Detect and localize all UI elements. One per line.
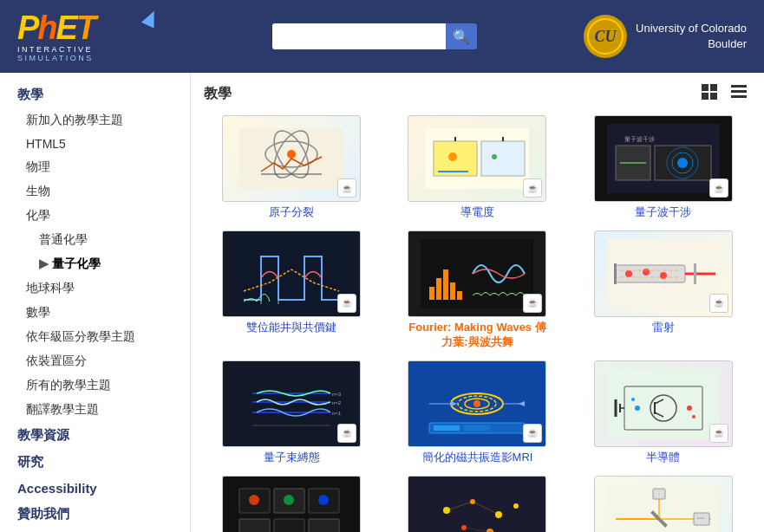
- sidebar-item-by-device[interactable]: 依裝置區分: [0, 349, 190, 373]
- sidebar-item-research[interactable]: 研究: [0, 449, 190, 476]
- svg-rect-2: [702, 84, 708, 91]
- svg-point-44: [660, 272, 667, 279]
- sim-card-6[interactable]: ☕ 雷射: [576, 230, 751, 350]
- svg-rect-111: [653, 489, 665, 499]
- sim-card-7[interactable]: n=1 n=2 n=3 ☕ 量子束縛態: [204, 360, 379, 465]
- svg-rect-50: [235, 369, 348, 438]
- svg-text:CU: CU: [595, 28, 617, 45]
- svg-point-92: [318, 495, 329, 505]
- svg-rect-35: [429, 287, 434, 300]
- view-toggles: [697, 81, 751, 107]
- sim-card-2[interactable]: ☕ 導電度: [389, 115, 565, 220]
- grid-view-button[interactable]: [697, 81, 722, 107]
- sidebar-item-earth-science[interactable]: 地球科學: [0, 276, 190, 301]
- university-seal-icon: CU: [586, 17, 624, 55]
- sim-preview-icon-3: 量子波干涉: [607, 124, 720, 193]
- sim-title-7: 量子束縛態: [264, 451, 320, 465]
- sim-preview-icon-10: [235, 484, 348, 532]
- svg-point-80: [687, 405, 692, 411]
- svg-rect-4: [702, 93, 708, 100]
- site-header: PhET INTERACTIVE SIMULATIONS 🔍 CU Univer…: [0, 0, 764, 73]
- search-area: 🔍: [272, 23, 477, 49]
- phet-logo-text: PhET: [17, 11, 165, 44]
- svg-rect-46: [614, 263, 617, 284]
- sim-card-11[interactable]: ☕: [389, 476, 565, 532]
- svg-point-42: [625, 270, 632, 277]
- svg-rect-5: [710, 93, 717, 100]
- sim-preview-icon-11: [421, 484, 533, 532]
- sim-thumbnail-7: n=1 n=2 n=3 ☕: [222, 360, 361, 447]
- phet-logo[interactable]: PhET INTERACTIVE SIMULATIONS: [17, 9, 165, 65]
- sidebar-item-all-topics[interactable]: 所有的教學主題: [0, 373, 190, 398]
- svg-point-81: [631, 398, 635, 401]
- sim-card-1[interactable]: ☕ 原子分裂: [204, 115, 379, 220]
- sim-title-1: 原子分裂: [269, 205, 314, 220]
- sidebar-item-accessibility[interactable]: Accessibility: [0, 476, 190, 501]
- sim-badge-6: ☕: [709, 294, 728, 313]
- sim-preview-icon-4: [235, 239, 348, 308]
- sim-card-4[interactable]: ☕ 雙位能井與共價鍵: [204, 230, 379, 350]
- sidebar-item-by-grade[interactable]: 依年級區分教學主題: [0, 325, 190, 349]
- sim-thumbnail-11: ☕: [408, 476, 546, 532]
- svg-rect-36: [436, 278, 441, 300]
- sidebar-item-biology[interactable]: 生物: [0, 179, 190, 204]
- content-header: 教學: [204, 81, 751, 107]
- sidebar-section-teaching[interactable]: 教學: [0, 81, 190, 108]
- sim-thumbnail-6: ☕: [594, 230, 733, 317]
- sim-preview-icon-5: [421, 239, 533, 308]
- search-input[interactable]: [272, 23, 446, 49]
- sim-title-6: 雷射: [652, 321, 675, 335]
- svg-point-91: [284, 495, 294, 505]
- sim-thumbnail-8: ☕: [408, 360, 546, 447]
- sim-card-8[interactable]: ☕ 簡化的磁共振造影MRI: [389, 360, 565, 465]
- sidebar-item-teaching-resources[interactable]: 教學資源: [0, 422, 190, 449]
- list-view-button[interactable]: [727, 81, 751, 107]
- university-emblem: CU: [584, 15, 627, 58]
- sim-preview-icon-12: [607, 484, 720, 532]
- search-button[interactable]: 🔍: [446, 23, 477, 49]
- sim-card-3[interactable]: 量子波干涉 ☕ 量子波干涉: [576, 115, 751, 220]
- university-name: University of Colorado Boulder: [636, 21, 747, 52]
- sidebar-item-new-topics[interactable]: 新加入的教學主題: [0, 108, 190, 133]
- sim-badge-4: ☕: [337, 294, 356, 313]
- svg-rect-8: [731, 95, 747, 98]
- sim-preview-icon-1: [235, 124, 348, 193]
- sim-thumbnail-4: ☕: [222, 230, 361, 317]
- sim-badge-9: ☕: [709, 424, 728, 443]
- svg-rect-47: [694, 263, 696, 284]
- university-logo: CU University of Colorado Boulder: [584, 15, 747, 58]
- sidebar-item-physics[interactable]: 物理: [0, 155, 190, 179]
- svg-rect-68: [434, 425, 460, 431]
- sim-card-5[interactable]: ☕ Fourier: Making Waves 傅力葉:與波共舞: [389, 230, 565, 350]
- phet-tagline: INTERACTIVE SIMULATIONS: [17, 45, 165, 62]
- content-area: 教學: [191, 73, 764, 532]
- sim-title-3: 量子波干涉: [635, 205, 691, 220]
- svg-rect-6: [731, 85, 747, 88]
- svg-point-43: [643, 269, 650, 276]
- sim-preview-icon-7: n=1 n=2 n=3: [235, 369, 348, 438]
- sim-thumbnail-5: ☕: [408, 230, 546, 317]
- sim-thumbnail-1: ☕: [222, 115, 361, 202]
- sidebar-item-quantum-chem[interactable]: ▶量子化學: [0, 252, 190, 276]
- sidebar-item-general-chem[interactable]: 普通化學: [0, 228, 190, 252]
- sim-preview-icon-8: [421, 369, 533, 438]
- sim-card-12[interactable]: ☕: [576, 476, 751, 532]
- sim-thumbnail-10: ☕: [222, 476, 361, 532]
- svg-rect-88: [274, 519, 304, 532]
- sim-thumbnail-2: ☕: [408, 115, 546, 202]
- sidebar-item-chemistry[interactable]: 化學: [0, 204, 190, 228]
- sidebar-item-math[interactable]: 數學: [0, 301, 190, 325]
- sim-card-10[interactable]: ☕: [204, 476, 379, 532]
- content-title: 教學: [204, 85, 232, 103]
- sim-badge-2: ☕: [523, 178, 542, 198]
- sim-badge-8: ☕: [523, 424, 542, 443]
- sidebar-item-translate[interactable]: 翻譯教學主題: [0, 398, 190, 422]
- sidebar-item-donate[interactable]: 贊助我們: [0, 501, 190, 528]
- sim-card-9[interactable]: ☕ 半導體: [576, 360, 751, 465]
- svg-text:n=3: n=3: [332, 392, 342, 397]
- sidebar-item-html5[interactable]: HTML5: [0, 133, 190, 155]
- svg-rect-31: [235, 239, 348, 308]
- search-icon: 🔍: [453, 29, 470, 45]
- svg-rect-87: [239, 519, 270, 532]
- sim-thumbnail-12: ☕: [594, 476, 733, 532]
